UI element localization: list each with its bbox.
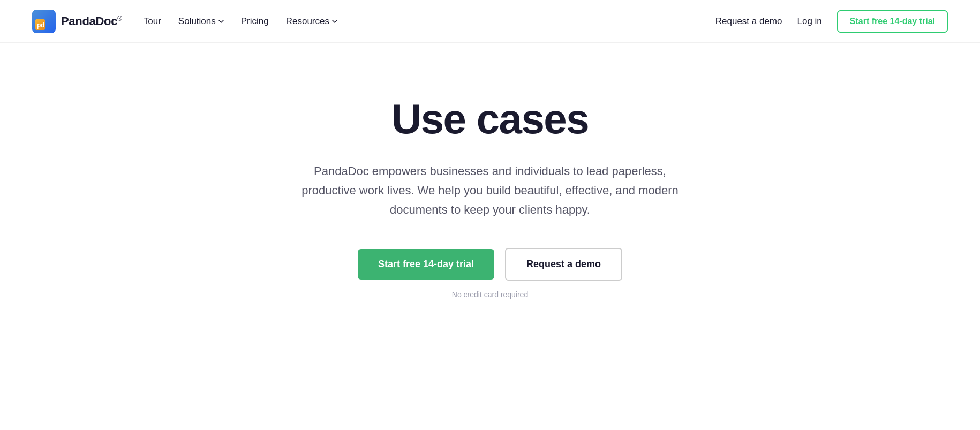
navbar: pd PandaDoc® Tour Solutions Pricing Reso… [0, 0, 980, 43]
hero-cta-buttons: Start free 14-day trial Request a demo [358, 248, 622, 281]
chevron-down-icon [332, 20, 337, 23]
no-credit-card-text: No credit card required [452, 290, 528, 299]
trial-button-hero[interactable]: Start free 14-day trial [358, 249, 494, 280]
svg-text:pd: pd [37, 21, 45, 29]
nav-links: Tour Solutions Pricing Resources [144, 16, 337, 27]
demo-button-hero[interactable]: Request a demo [505, 248, 622, 281]
hero-title: Use cases [391, 96, 589, 142]
navbar-left: pd PandaDoc® Tour Solutions Pricing Reso… [32, 10, 337, 33]
brand-name: PandaDoc® [61, 14, 122, 28]
login-link[interactable]: Log in [797, 16, 821, 27]
chevron-down-icon [218, 20, 224, 23]
hero-subtitle: PandaDoc empowers businesses and individ… [287, 162, 693, 220]
nav-tour[interactable]: Tour [144, 16, 161, 27]
hero-section: Use cases PandaDoc empowers businesses a… [0, 43, 980, 342]
trial-button-nav[interactable]: Start free 14-day trial [837, 10, 948, 33]
navbar-right: Request a demo Log in Start free 14-day … [715, 10, 948, 33]
logo-icon: pd [32, 10, 56, 33]
logo[interactable]: pd PandaDoc® [32, 10, 122, 33]
request-demo-link[interactable]: Request a demo [715, 16, 782, 27]
nav-resources[interactable]: Resources [286, 16, 337, 27]
nav-solutions[interactable]: Solutions [178, 16, 224, 27]
nav-pricing[interactable]: Pricing [241, 16, 269, 27]
